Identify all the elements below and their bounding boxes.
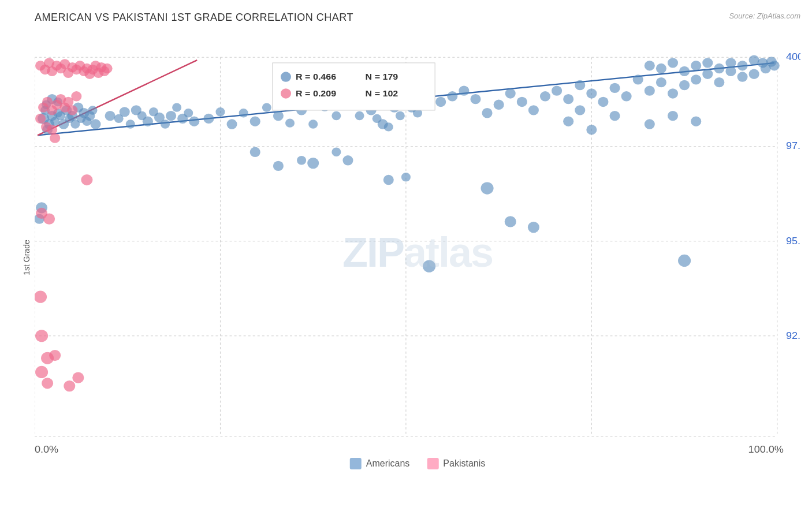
svg-point-75 [342,155,353,165]
source-text: Source: ZipAtlas.com [729,12,800,20]
svg-text:400.0%: 400.0% [786,51,800,62]
svg-point-56 [184,109,193,117]
svg-point-117 [645,61,655,70]
svg-point-57 [189,117,199,126]
svg-text:N = 179: N = 179 [366,72,398,81]
svg-point-124 [725,58,736,68]
svg-point-139 [423,260,435,273]
svg-text:0.0%: 0.0% [35,444,58,456]
chart-area: ZIPatlas 400.0% 97.5% 95.0% 92.5% 0.0 [35,29,800,475]
svg-point-178 [35,330,48,342]
svg-point-53 [166,111,176,121]
svg-point-102 [610,83,620,93]
svg-point-82 [396,111,405,120]
svg-point-121 [691,61,701,70]
svg-point-134 [586,125,597,135]
svg-point-131 [528,222,539,233]
chart-container: AMERICAN VS PAKISTANI 1ST GRADE CORRELAT… [0,0,812,515]
svg-point-118 [656,64,666,73]
svg-point-170 [35,114,46,124]
svg-text:R = 0.209: R = 0.209 [296,88,336,98]
svg-text:N = 102: N = 102 [366,88,398,98]
svg-point-180 [49,350,61,361]
legend-item-pakistanis: Pakistanis [427,458,485,469]
svg-point-122 [702,58,713,68]
svg-point-181 [35,366,48,378]
scatter-chart: 400.0% 97.5% 95.0% 92.5% 0.0% 100.0% [35,29,800,475]
svg-point-76 [355,111,364,120]
svg-point-59 [215,107,225,116]
svg-point-45 [120,107,130,117]
svg-point-105 [645,85,655,95]
svg-point-64 [273,111,284,121]
svg-point-88 [447,91,457,101]
svg-point-183 [72,372,84,383]
svg-point-37 [90,119,100,129]
americans-label: Americans [366,458,410,469]
svg-point-46 [126,120,135,128]
svg-point-101 [598,97,608,107]
svg-point-96 [540,91,550,101]
svg-point-58 [203,114,214,124]
svg-point-140 [678,255,691,267]
svg-point-43 [105,111,116,121]
svg-point-135 [610,111,620,121]
svg-point-119 [668,58,678,68]
svg-point-98 [563,94,573,104]
svg-point-184 [64,380,75,391]
svg-point-73 [250,147,260,157]
svg-point-87 [435,97,446,107]
svg-point-74 [331,148,341,156]
svg-point-176 [43,213,55,224]
svg-point-80 [384,122,393,131]
svg-point-84 [401,173,411,181]
chart-title: AMERICAN VS PAKISTANI 1ST GRADE CORRELAT… [35,12,800,24]
svg-point-91 [482,108,493,118]
svg-point-97 [552,85,562,95]
svg-point-113 [737,72,748,81]
svg-point-92 [494,100,504,110]
svg-point-177 [35,291,47,303]
svg-point-138 [691,117,701,126]
y-axis-label: 1st Grade [22,240,31,275]
svg-rect-186 [281,72,291,81]
svg-point-67 [308,120,318,128]
svg-point-100 [586,88,597,98]
svg-point-60 [227,119,237,129]
svg-point-130 [505,216,516,227]
svg-point-173 [50,133,60,143]
pakistanis-label: Pakistanis [443,458,485,469]
svg-point-137 [668,111,678,121]
svg-text:95.0%: 95.0% [786,235,800,247]
svg-point-107 [668,88,678,98]
svg-point-109 [691,74,701,84]
svg-point-129 [481,182,493,194]
svg-point-65 [285,118,295,127]
svg-point-132 [563,117,573,126]
svg-point-99 [575,80,585,90]
svg-rect-189 [281,88,291,98]
svg-point-174 [81,174,92,185]
svg-point-111 [714,77,724,87]
svg-point-160 [102,64,113,73]
svg-point-110 [702,69,713,79]
svg-point-49 [143,117,153,126]
svg-point-108 [679,80,690,90]
svg-point-103 [621,91,632,101]
svg-point-168 [67,105,77,115]
svg-point-114 [749,69,759,79]
svg-point-94 [517,97,527,107]
svg-point-69 [331,111,341,120]
svg-point-123 [714,64,724,73]
svg-point-182 [42,378,53,389]
svg-point-90 [470,94,481,104]
svg-text:R = 0.466: R = 0.466 [296,72,336,81]
svg-point-133 [575,105,585,115]
svg-point-54 [172,103,181,111]
svg-point-52 [161,120,170,128]
svg-text:100.0%: 100.0% [748,444,784,456]
svg-point-36 [88,106,97,114]
svg-point-70 [307,158,319,169]
svg-point-106 [656,77,666,87]
svg-point-104 [633,74,643,84]
